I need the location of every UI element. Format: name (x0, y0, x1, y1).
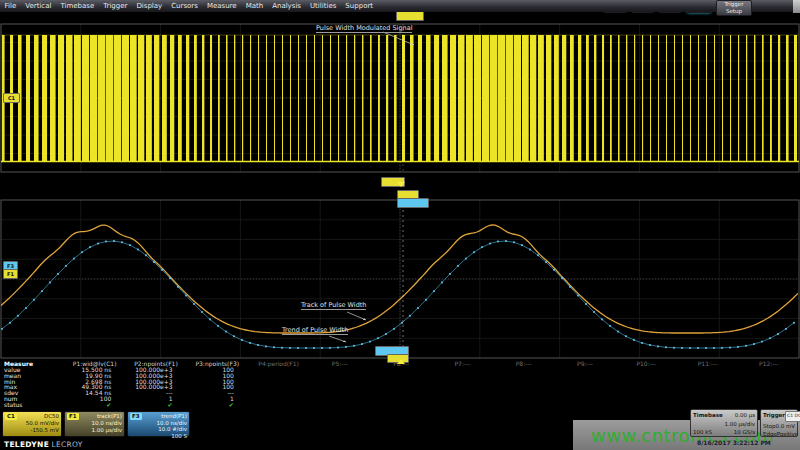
measure-status-p2: ✔ (125, 402, 186, 408)
f3-descriptor-box[interactable]: F3 trend(P1) 10.0 ns/div 10.0 #/div 100 … (127, 411, 190, 437)
trigger-type: Edge (763, 430, 777, 439)
timebase-rate: 10 GS/s (734, 428, 755, 437)
trigger-slope: Positive (777, 430, 798, 439)
trigger-setup-line2: Setup (717, 8, 751, 15)
track-annotation: Track of Pulse Width (301, 302, 366, 310)
timebase-offset: 0.00 µs (735, 411, 755, 420)
measure-status-p9 (554, 402, 615, 408)
f1-vdiv: 10.0 ns/div (67, 420, 122, 427)
menu-item-file[interactable]: File (0, 2, 21, 10)
measure-table: MeasureP1:wid@lv(C1)P2:npoints(F1)P3:npo… (0, 361, 800, 408)
menu-item-analysis[interactable]: Analysis (268, 2, 306, 10)
trigger-position-marker-top[interactable] (397, 182, 405, 187)
timebase-samples: 100 kS (693, 428, 712, 437)
menu-item-trigger[interactable]: Trigger (99, 2, 132, 10)
brand-logo: TELEDYNE LECROY (4, 440, 83, 449)
f1-descriptor-box[interactable]: F1 track(P1) 10.0 ns/div 1.00 µs/div (64, 411, 125, 437)
measure-status-p6 (370, 402, 431, 408)
trigger-setup-button[interactable]: Trigger Setup (716, 0, 752, 16)
measure-status-p12 (738, 402, 799, 408)
menu-item-support[interactable]: Support (341, 2, 378, 10)
menu-item-utilities[interactable]: Utilities (306, 2, 341, 10)
menu-item-vertical[interactable]: Vertical (21, 2, 56, 10)
c1-level-marker[interactable]: C1 (3, 93, 20, 103)
menu-item-display[interactable]: Display (132, 2, 167, 10)
c1-label: C1 (5, 413, 17, 420)
timebase-box[interactable]: Timebase 0.00 µs 1.00 µs/div 100 kS 10 G… (690, 409, 758, 437)
c1-descriptor-box[interactable]: C1 DC50 50.0 mV/div -150.5 mV (2, 411, 62, 437)
trigger-position-marker-bottom[interactable] (397, 359, 405, 364)
f3-samples: 100 S (130, 433, 187, 439)
brand-lecroy: LECROY (51, 440, 82, 449)
timebase-label: Timebase (693, 411, 723, 420)
f1-level-marker[interactable]: F1 (3, 269, 18, 279)
measure-status-p3: ✔ (187, 402, 248, 408)
f1-function: track(P1) (97, 413, 122, 420)
trigger-level: 0.0 mV (776, 422, 796, 431)
trend-arrow (329, 336, 346, 342)
timebase-scale: 1.00 µs/div (725, 420, 756, 429)
trigger-mode: Stop (763, 422, 776, 431)
menu-item-cursors[interactable]: Cursors (167, 2, 203, 10)
scrollbar-stub[interactable] (793, 0, 800, 13)
menu-bar: FileVerticalTimebaseTriggerDisplayCursor… (0, 0, 800, 12)
measure-status-p7 (432, 402, 493, 408)
pwm-annotation: Pulse Width Modulated Signal (316, 25, 412, 33)
f1-label: F1 (67, 413, 79, 420)
measure-status-p10 (616, 402, 677, 408)
menu-item-math[interactable]: Math (241, 2, 268, 10)
measure-status-p8 (493, 402, 554, 408)
measure-status-p11 (677, 402, 738, 408)
bottom-grid (1, 200, 799, 358)
trigger-label: Trigger (763, 411, 785, 422)
c1-coupling: DC50 (44, 413, 59, 420)
trend-time-badge[interactable] (397, 198, 429, 208)
trigger-source: C1 DC (785, 411, 800, 422)
f1-hdiv: 1.00 µs/div (67, 427, 122, 434)
measure-status-p1: ✔ (64, 402, 125, 408)
measure-status-p4 (248, 402, 309, 408)
measure-row-label-status: status (0, 402, 64, 408)
menu-item-timebase[interactable]: Timebase (56, 2, 99, 10)
datetime: 8/16/2017 3:22:12 PM (697, 439, 771, 446)
trigger-box[interactable]: Trigger C1 DC Stop 0.0 mV Edge Positive (760, 409, 798, 437)
menu-item-measure[interactable]: Measure (202, 2, 241, 10)
brand-teledyne: TELEDYNE (4, 440, 49, 449)
f3-label: F3 (130, 413, 142, 420)
c1-vdiv: 50.0 mV/div (5, 420, 59, 427)
trigger-time-badge-top[interactable] (396, 11, 424, 21)
c1-offset: -150.5 mV (5, 427, 59, 434)
oscilloscope-app: FileVerticalTimebaseTriggerDisplayCursor… (0, 0, 800, 450)
f3-function: trend(P1) (161, 413, 187, 420)
measure-status-p5 (309, 402, 370, 408)
trend-annotation: Trend of Pulse Width (282, 327, 348, 335)
